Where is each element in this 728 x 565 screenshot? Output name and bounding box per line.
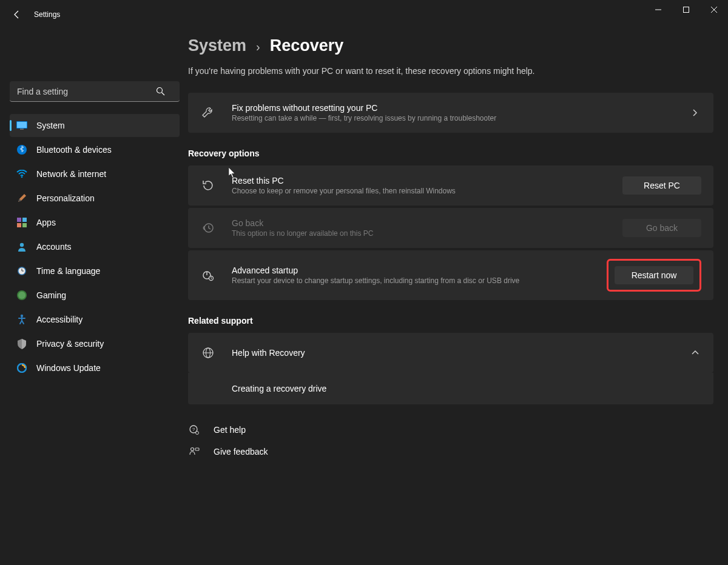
- svg-rect-35: [195, 448, 199, 450]
- sidebar-item-gaming[interactable]: Gaming: [10, 284, 180, 307]
- breadcrumb: System › Recovery: [188, 36, 713, 55]
- titlebar: Settings: [0, 0, 728, 29]
- section-recovery-options: Recovery options: [188, 149, 713, 158]
- svg-text:?: ?: [192, 427, 195, 432]
- restart-now-button[interactable]: Restart now: [615, 266, 693, 284]
- card-title: Go back: [232, 218, 622, 228]
- sidebar-item-label: Time & language: [36, 266, 100, 276]
- svg-point-21: [18, 292, 25, 299]
- section-related-support: Related support: [188, 316, 713, 326]
- bottom-links: ? Get help Give feedback: [188, 419, 713, 463]
- chevron-up-icon: [689, 350, 701, 355]
- accessibility-icon: [16, 313, 28, 326]
- highlight-annotation: Restart now: [607, 259, 701, 292]
- reset-pc-button[interactable]: Reset PC: [622, 176, 701, 195]
- sidebar-item-privacy[interactable]: Privacy & security: [10, 332, 180, 355]
- get-help-link[interactable]: ? Get help: [188, 419, 713, 441]
- svg-point-15: [20, 243, 24, 247]
- card-title: Fix problems without resetting your PC: [232, 103, 689, 113]
- svg-rect-12: [22, 218, 27, 222]
- maximize-button[interactable]: [672, 0, 700, 19]
- display-icon: [16, 119, 28, 132]
- page-title: Recovery: [270, 36, 344, 55]
- go-back-button: Go back: [622, 219, 701, 237]
- sidebar-item-bluetooth[interactable]: Bluetooth & devices: [10, 138, 180, 161]
- globe-help-icon: [200, 345, 216, 361]
- go-back-card: Go back This option is no longer availab…: [188, 208, 713, 248]
- reset-icon: [200, 178, 216, 193]
- person-icon: [16, 241, 28, 253]
- sidebar-item-update[interactable]: Windows Update: [10, 356, 180, 379]
- give-feedback-link[interactable]: Give feedback: [188, 441, 713, 463]
- svg-rect-8: [20, 129, 24, 130]
- clock-icon: [16, 265, 28, 277]
- main-content: System › Recovery If you're having probl…: [188, 29, 728, 565]
- sidebar-item-label: Network & internet: [36, 169, 106, 179]
- minimize-button[interactable]: [644, 0, 672, 19]
- sidebar-item-label: Accounts: [36, 242, 72, 252]
- update-icon: [16, 362, 28, 374]
- wifi-icon: [16, 168, 28, 180]
- gaming-icon: [16, 289, 28, 301]
- link-label: Get help: [214, 425, 246, 435]
- svg-point-4: [157, 88, 163, 93]
- search-input[interactable]: [10, 81, 180, 102]
- sidebar: System Bluetooth & devices Network & int…: [0, 29, 188, 565]
- shield-icon: [16, 338, 28, 350]
- recovery-drive-link[interactable]: Creating a recovery drive: [188, 373, 713, 404]
- card-title: Reset this PC: [232, 176, 622, 186]
- feedback-icon: [188, 446, 200, 458]
- back-button[interactable]: [10, 7, 24, 22]
- help-icon: ?: [188, 424, 200, 436]
- wrench-icon: [200, 105, 216, 121]
- sidebar-item-accounts[interactable]: Accounts: [10, 235, 180, 258]
- sidebar-item-label: Accessibility: [36, 315, 83, 324]
- sidebar-item-system[interactable]: System: [10, 114, 180, 137]
- window-title: Settings: [34, 10, 60, 19]
- history-icon: [200, 220, 216, 236]
- card-subtitle: Restart your device to change startup se…: [232, 276, 603, 285]
- bluetooth-icon: [16, 144, 28, 156]
- sidebar-item-time[interactable]: Time & language: [10, 259, 180, 282]
- reset-pc-card: Reset this PC Choose to keep or remove y…: [188, 165, 713, 206]
- power-settings-icon: [200, 267, 216, 283]
- svg-point-34: [191, 448, 194, 451]
- intro-text: If you're having problems with your PC o…: [188, 66, 713, 76]
- card-subtitle: Choose to keep or remove your personal f…: [232, 187, 622, 195]
- breadcrumb-parent[interactable]: System: [188, 36, 246, 55]
- sidebar-item-personalization[interactable]: Personalization: [10, 187, 180, 210]
- chevron-right-icon: ›: [256, 40, 260, 54]
- sidebar-item-label: Apps: [36, 218, 56, 227]
- svg-rect-7: [17, 122, 27, 128]
- close-button[interactable]: [700, 0, 728, 19]
- apps-icon: [16, 216, 28, 229]
- sidebar-item-label: Gaming: [36, 290, 66, 300]
- sidebar-item-label: Bluetooth & devices: [36, 145, 112, 155]
- sidebar-item-label: Personalization: [36, 193, 95, 203]
- sidebar-item-label: Windows Update: [36, 363, 101, 373]
- svg-line-5: [162, 93, 165, 96]
- window-controls: [644, 0, 728, 19]
- help-recovery-card[interactable]: Help with Recovery: [188, 333, 713, 373]
- card-title: Advanced startup: [232, 266, 603, 275]
- svg-point-33: [196, 432, 199, 435]
- fix-problems-card[interactable]: Fix problems without resetting your PC R…: [188, 93, 713, 133]
- search-icon: [156, 87, 165, 96]
- brush-icon: [16, 192, 28, 204]
- svg-rect-13: [17, 223, 21, 227]
- sidebar-item-accessibility[interactable]: Accessibility: [10, 308, 180, 331]
- card-subtitle: This option is no longer available on th…: [232, 229, 622, 238]
- card-title: Help with Recovery: [232, 348, 689, 358]
- svg-rect-11: [17, 218, 21, 222]
- sidebar-item-label: Privacy & security: [36, 339, 104, 349]
- link-label: Give feedback: [214, 447, 268, 456]
- sidebar-item-network[interactable]: Network & internet: [10, 162, 180, 186]
- advanced-startup-card: Advanced startup Restart your device to …: [188, 250, 713, 300]
- chevron-right-icon: [689, 109, 701, 116]
- search: [10, 81, 178, 102]
- sidebar-item-apps[interactable]: Apps: [10, 211, 180, 234]
- svg-point-10: [21, 176, 23, 178]
- sidebar-item-label: System: [36, 121, 65, 130]
- card-subtitle: Resetting can take a while — first, try …: [232, 114, 689, 122]
- svg-rect-1: [684, 7, 689, 13]
